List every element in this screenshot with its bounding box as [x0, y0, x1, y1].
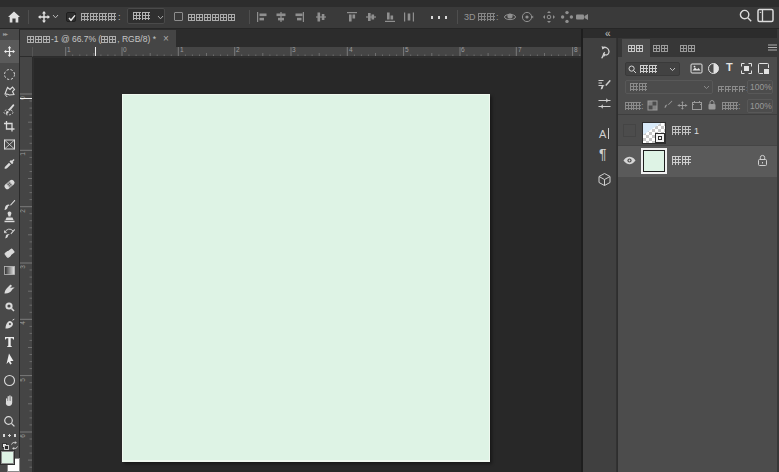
svg-text:A: A — [599, 128, 607, 140]
svg-text:¶: ¶ — [599, 146, 607, 161]
